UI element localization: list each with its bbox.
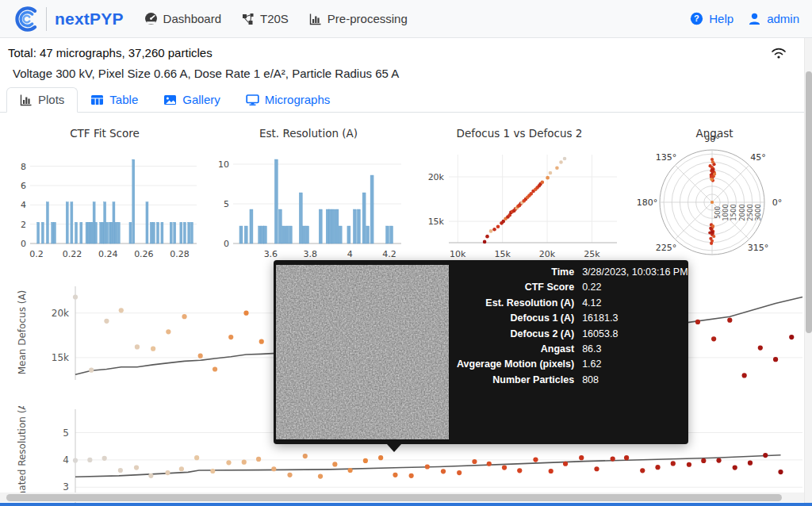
- brand[interactable]: nextPYP: [13, 6, 124, 33]
- svg-text:20k: 20k: [428, 172, 445, 182]
- tooltip-row: Defocus 2 (A)16053.8: [457, 327, 690, 342]
- tab-label: Micrographs: [265, 93, 331, 106]
- tab-plots[interactable]: Plots: [6, 87, 78, 113]
- vertical-scrollbar-thumb[interactable]: [806, 71, 812, 333]
- svg-text:0.24: 0.24: [98, 249, 118, 259]
- navbar: nextPYP Dashboard T20S: [0, 0, 812, 38]
- svg-text:4: 4: [347, 249, 353, 259]
- preprocessing-icon: [309, 13, 322, 25]
- vertical-scrollbar[interactable]: [804, 38, 812, 506]
- tooltip-row-value: 4.12: [582, 296, 690, 311]
- svg-text:5: 5: [224, 199, 229, 209]
- tooltip-row-label: Defocus 2 (A): [457, 327, 574, 342]
- svg-text:6: 6: [21, 181, 26, 191]
- tooltip-row-label: Avgerage Motion (pixels): [457, 357, 574, 372]
- svg-text:315°: 315°: [748, 243, 769, 253]
- nav-link-dashboard[interactable]: Dashboard: [144, 12, 221, 25]
- svg-text:25k: 25k: [584, 249, 600, 259]
- brand-name: nextPYP: [55, 10, 124, 29]
- nav-link-t20s[interactable]: T20S: [242, 12, 289, 25]
- micrograph-preview: [276, 265, 449, 439]
- svg-text:0.26: 0.26: [134, 249, 154, 259]
- horizontal-scrollbar-thumb[interactable]: [6, 494, 782, 501]
- svg-text:1000: 1000: [722, 204, 730, 221]
- nav-link-label: Pre-processing: [327, 12, 408, 25]
- tooltip-row-value: 86.3: [582, 342, 690, 357]
- user-icon: [748, 12, 761, 25]
- tooltip-row: Est. Resolution (A)4.12: [457, 296, 690, 311]
- svg-text:15k: 15k: [52, 352, 69, 363]
- chart-defocus1-vs-defocus2[interactable]: Defocus 1 vs Defocus 215k20k10k15k20k25k: [412, 123, 626, 262]
- brand-divider: [46, 7, 47, 31]
- tooltip-row-value: 16181.3: [582, 311, 690, 326]
- plots-icon: [20, 94, 33, 106]
- tooltip-row: CTF Score0.22: [457, 280, 690, 295]
- project-icon: [242, 13, 255, 25]
- svg-text:0: 0: [21, 239, 26, 249]
- svg-text:0.2: 0.2: [29, 249, 44, 259]
- nav-links: Dashboard T20S Pre-processing: [144, 12, 408, 25]
- tab-micrographs[interactable]: Micrographs: [233, 88, 343, 112]
- tooltip-row-label: Time: [457, 265, 574, 280]
- svg-text:3.8: 3.8: [304, 249, 318, 259]
- tooltip-row-label: Angast: [457, 342, 574, 357]
- tab-gallery[interactable]: Gallery: [151, 88, 233, 112]
- tooltip-row-label: Number Particles: [457, 373, 574, 388]
- svg-text:0.28: 0.28: [170, 249, 190, 259]
- help-icon: ?: [690, 12, 703, 25]
- params-summary: Voltage 300 kV, Pixel Size 0.66 A, Dose …: [13, 67, 399, 80]
- svg-text:3: 3: [63, 481, 69, 493]
- svg-text:?: ?: [694, 13, 699, 23]
- chart-est-resolution-hist[interactable]: Est. Resolution (A)05103.63.844.2: [208, 123, 409, 262]
- svg-text:0.22: 0.22: [63, 249, 82, 259]
- svg-text:4: 4: [63, 454, 69, 466]
- tab-label: Plots: [38, 93, 64, 106]
- svg-text:45°: 45°: [750, 152, 766, 163]
- tooltip-row: Angast86.3: [457, 342, 690, 357]
- svg-text:Est. Resolution (A): Est. Resolution (A): [259, 127, 358, 140]
- tooltip-row: Time3/28/2023, 10:03:16 PM: [457, 265, 690, 280]
- svg-text:4: 4: [21, 200, 26, 210]
- dashboard-icon: [144, 12, 158, 25]
- svg-text:0°: 0°: [772, 197, 783, 208]
- table-icon: [90, 94, 104, 106]
- horizontal-scrollbar[interactable]: [0, 493, 804, 502]
- nav-link-preprocessing[interactable]: Pre-processing: [309, 12, 408, 25]
- gallery-icon: [163, 94, 177, 106]
- tooltip-row: Number Particles808: [457, 373, 690, 388]
- svg-text:2500: 2500: [746, 204, 754, 221]
- svg-text:Estimated Resolution (A): Estimated Resolution (A): [17, 406, 28, 506]
- micrographs-icon: [246, 94, 259, 106]
- nav-link-help[interactable]: ? Help: [690, 12, 733, 25]
- svg-text:20k: 20k: [539, 249, 556, 259]
- tab-label: Table: [109, 93, 138, 106]
- tooltip-row: Defocus 1 (A)16181.3: [457, 311, 690, 326]
- tab-table[interactable]: Table: [78, 88, 151, 112]
- nextpyp-logo-icon: [13, 6, 40, 33]
- tooltip-row-value: 808: [582, 373, 690, 388]
- svg-text:2000: 2000: [738, 204, 746, 221]
- svg-text:20k: 20k: [52, 308, 69, 319]
- micrograph-tooltip: Time3/28/2023, 10:03:16 PMCTF Score0.22E…: [274, 260, 688, 444]
- svg-text:2: 2: [21, 220, 26, 230]
- svg-text:10k: 10k: [450, 249, 466, 259]
- tooltip-row-label: Est. Resolution (A): [457, 296, 574, 311]
- wifi-icon: [769, 45, 788, 61]
- nav-right: ? Help admin: [690, 12, 799, 25]
- svg-text:500: 500: [714, 206, 722, 219]
- svg-text:180°: 180°: [637, 197, 658, 208]
- svg-text:90°: 90°: [704, 134, 720, 144]
- chart-ctf-fit-score[interactable]: CTF Fit Score024680.20.220.240.260.28: [5, 123, 205, 262]
- tooltip-row-label: CTF Score: [457, 280, 574, 295]
- nav-link-admin[interactable]: admin: [748, 12, 799, 25]
- chart-angast-polar[interactable]: Angast0°45°90°135°180°225°270°315°500100…: [625, 123, 804, 262]
- nav-link-label: Help: [709, 12, 733, 25]
- tooltip-row-value: 0.22: [582, 280, 690, 295]
- svg-text:5: 5: [63, 427, 69, 439]
- svg-text:225°: 225°: [656, 243, 677, 253]
- footer-accent-bar: [0, 503, 812, 506]
- svg-text:3.6: 3.6: [264, 249, 278, 259]
- svg-text:15k: 15k: [428, 217, 445, 227]
- svg-text:8: 8: [21, 162, 26, 172]
- svg-text:0: 0: [224, 239, 229, 249]
